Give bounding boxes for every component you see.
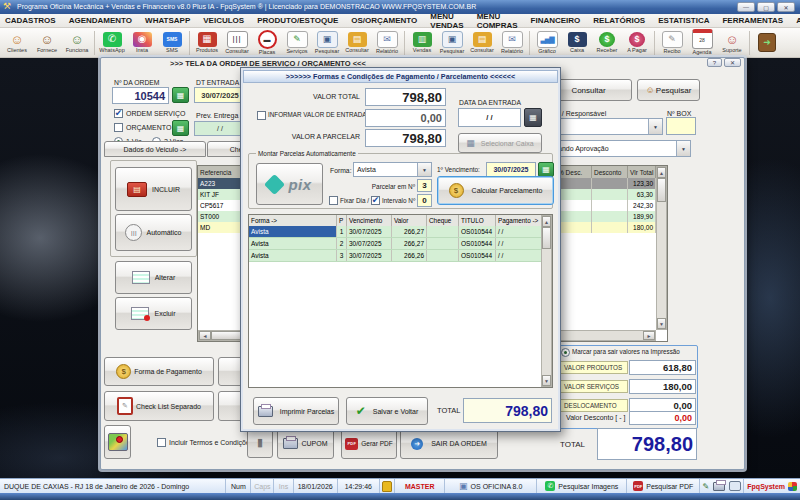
prev-delivery-calendar-icon[interactable] [172, 120, 189, 136]
barcode-circle-icon [125, 224, 142, 241]
toolbar-consultar-produtos[interactable]: Consultar [222, 28, 252, 57]
box-field[interactable] [666, 117, 696, 135]
vencimento-field[interactable]: 30/07/2025 [486, 162, 536, 177]
pix-modal-button[interactable] [256, 163, 323, 205]
toolbar-consultar-vendas[interactable]: Consultar [467, 28, 497, 57]
menu-financeiro[interactable]: FINANCEIRO [531, 16, 581, 25]
toolbar-pesquisar-vendas[interactable]: Pesquisar [437, 28, 467, 57]
status-combo[interactable]: ando Aprovação [545, 140, 691, 157]
valor-parcelar-field[interactable]: 798,80 [365, 129, 446, 147]
menu-whatsapp[interactable]: WHATSAPP [145, 16, 190, 25]
calculator-icon[interactable] [524, 108, 542, 127]
pesquisar-button[interactable]: Pesquisar [637, 79, 700, 101]
tab-dados-veiculo[interactable]: Dados do Veiculo -> [104, 141, 206, 157]
calcular-parcelamento-button[interactable]: Calcular Parcelamento [437, 176, 554, 205]
toolbar-relatorio-servicos[interactable]: Relatório [372, 28, 402, 57]
data-entrada-field[interactable]: / / [458, 108, 521, 127]
selecionar-caixa-button[interactable]: Selecionar Caixa [458, 133, 542, 153]
status-tools[interactable] [700, 479, 744, 493]
menu-produto-estoque[interactable]: PRODUTO/ESTOQUE [257, 16, 338, 25]
cupom-button[interactable]: CUPOM [277, 428, 334, 459]
salvar-voltar-button[interactable]: Salvar e Voltar [346, 397, 428, 425]
order-calendar-icon[interactable] [172, 87, 189, 103]
intervalo-field[interactable]: 0 [417, 194, 432, 207]
order-service-checkbox[interactable] [114, 109, 123, 118]
menu-menu-compras[interactable]: MENU COMPRAS [477, 12, 518, 30]
toolbar-vendas[interactable]: Vendas [407, 28, 437, 57]
toolbar-agenda[interactable]: Agenda [687, 28, 717, 57]
forma-pagamento-button[interactable]: Forma de Pagamento [104, 357, 214, 386]
os-window-close-button[interactable] [724, 58, 741, 67]
toolbar-caixa[interactable]: Caixa [562, 28, 592, 57]
report-icon [377, 31, 398, 48]
table-row[interactable]: Avista 2 30/07/2025 266,27 OS010544 / / [249, 238, 552, 250]
prev-delivery-field[interactable]: / / [194, 121, 246, 136]
table-row[interactable]: Avista 3 30/07/2025 266,26 OS010544 / / [249, 250, 552, 262]
menu-ajuda[interactable]: AJUDA [796, 16, 800, 25]
responsavel-combo[interactable] [545, 118, 663, 135]
toolbar-recibo[interactable]: Recibo [657, 28, 687, 57]
incluir-button[interactable]: INCLUIR [115, 167, 192, 211]
imprimir-parcelas-button[interactable]: Imprimir Parcelas [253, 397, 339, 425]
toolbar-fornecedores[interactable]: Fornece [32, 28, 62, 57]
toolbar-funcionarios[interactable]: Funciona [62, 28, 92, 57]
status-search-pdf[interactable]: PDFPesquisar PDF [627, 479, 700, 493]
order-number-field[interactable]: 10544 [112, 87, 169, 104]
pix-wordmark [288, 176, 311, 193]
budget-label: ORÇAMENTO [126, 124, 171, 132]
toolbar-instagram[interactable]: Insta [127, 28, 157, 57]
vencimento-calendar-icon[interactable] [538, 162, 554, 177]
budget-checkbox[interactable] [114, 123, 123, 132]
toolbar-relatorio-vendas[interactable]: Relatório [497, 28, 527, 57]
sair-da-ordem-button[interactable]: SAIR DA ORDEM [400, 428, 498, 459]
status-search-images[interactable]: Pesquisar Imagens [537, 479, 627, 493]
chevron-down-icon [648, 119, 662, 134]
menu-relatorios[interactable]: RELATÓRIOS [593, 16, 645, 25]
toolbar-whatsapp[interactable]: WhatsApp [97, 28, 127, 57]
menu-menu-vendas[interactable]: MENU VENDAS [430, 12, 463, 30]
toolbar-sms[interactable]: SMS [157, 28, 187, 57]
menu-agendamento[interactable]: AGENDAMENTO [69, 16, 132, 25]
close-button[interactable] [777, 2, 795, 12]
toolbar-pesquisar-servicos[interactable]: Pesquisar [312, 28, 342, 57]
forma-combo[interactable]: Avista [353, 162, 432, 177]
items-grid-vscrollbar[interactable] [656, 166, 667, 330]
os-window-help-button[interactable] [707, 58, 722, 67]
printer-icon [258, 406, 273, 417]
excluir-button[interactable]: Excluir [115, 297, 192, 330]
menu-estatistica[interactable]: ESTATISTICA [658, 16, 709, 25]
blue-arrow-icon [411, 438, 423, 450]
map-button[interactable] [104, 425, 131, 459]
intervalo-checkbox[interactable] [371, 196, 380, 205]
gerar-pdf-button[interactable]: PDFGerar PDF [341, 428, 397, 459]
minimize-button[interactable] [737, 2, 755, 12]
menu-ferramentas[interactable]: FERRAMENTAS [722, 16, 783, 25]
toolbar-a-pagar[interactable]: A Pagar [622, 28, 652, 57]
menu-cadastros[interactable]: CADASTROS [5, 16, 56, 25]
automatico-button[interactable]: Automático [115, 214, 192, 251]
entry-date-field[interactable]: 30/07/2025 [194, 87, 246, 103]
toolbar-exit[interactable] [752, 28, 782, 57]
toolbar-receber[interactable]: Receber [592, 28, 622, 57]
table-row[interactable]: Avista 1 30/07/2025 266,27 OS010544 / / [249, 226, 552, 238]
fixar-dia-checkbox[interactable] [329, 196, 338, 205]
menu-os-orcamento[interactable]: OS/ORÇAMENTO [351, 16, 417, 25]
toolbar-servicos[interactable]: Serviços [282, 28, 312, 57]
alterar-button[interactable]: Alterar [115, 261, 192, 294]
toolbar-clientes[interactable]: Clientes [2, 28, 32, 57]
maximize-button[interactable] [757, 2, 775, 12]
checklist-separado-button[interactable]: Check List Separado [104, 391, 214, 421]
toolbar-produtos[interactable]: Produtos [192, 28, 222, 57]
toolbar-suporte[interactable]: Suporte [717, 28, 747, 57]
parcelas-field[interactable]: 3 [417, 179, 432, 192]
toolbar-grafico[interactable]: Gráfico [532, 28, 562, 57]
toolbar-consultar-servicos[interactable]: Consultar [342, 28, 372, 57]
valor-entrada-field[interactable]: 0,00 [365, 109, 446, 127]
toolbar-placas[interactable]: Placas [252, 28, 282, 57]
menu-veiculos[interactable]: VEICULOS [203, 16, 244, 25]
parcelas-table-vscrollbar[interactable] [541, 215, 552, 387]
print-values-radio[interactable] [561, 348, 570, 357]
valor-total-field[interactable]: 798,80 [365, 88, 446, 106]
informar-entrada-checkbox[interactable] [257, 111, 266, 120]
termos-checkbox[interactable] [157, 438, 166, 447]
